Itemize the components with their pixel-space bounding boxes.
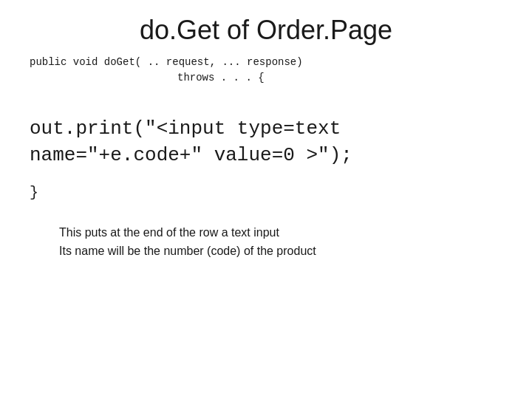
description-line2: Its name will be the number (code) of th… [59, 242, 502, 261]
closing-brace: } [30, 184, 502, 201]
description-line1: This puts at the end of the row a text i… [59, 223, 502, 242]
method-line1: public void doGet( .. request, ... respo… [30, 55, 502, 70]
method-line2: throws . . . { [30, 70, 502, 86]
code-block: out.print("<input type=text name="+e.cod… [30, 115, 502, 169]
page-title: do.Get of Order.Page [30, 15, 502, 46]
page-container: do.Get of Order.Page public void doGet( … [0, 0, 532, 399]
method-signature: public void doGet( .. request, ... respo… [30, 55, 502, 86]
code-line1: out.print("<input type=text [30, 117, 341, 140]
description-block: This puts at the end of the row a text i… [30, 223, 502, 261]
code-line2: name="+e.code+" value=0 >"); [30, 144, 352, 166]
